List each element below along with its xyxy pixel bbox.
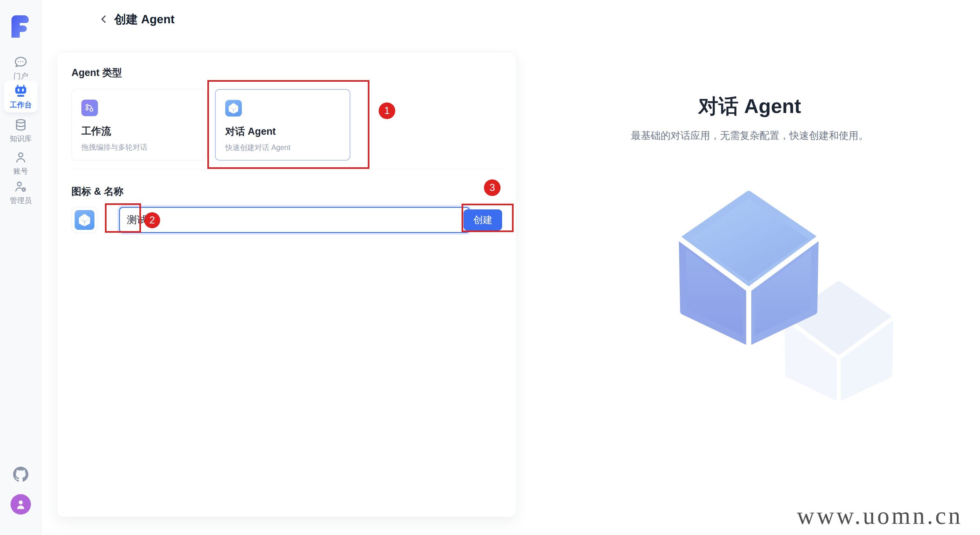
sidebar-item-account[interactable]: 账号 [0, 150, 41, 175]
sidebar-item-workbench[interactable]: 工作台 [0, 84, 41, 109]
sidebar-item-admin[interactable]: 管理员 [0, 179, 41, 204]
section-divider [72, 169, 502, 169]
card-title: 对话 Agent [225, 125, 340, 138]
icon-name-form: 测试 创建 [72, 207, 502, 233]
card-workflow[interactable]: 工作流 拖拽编排与多轮对话 [72, 89, 207, 161]
page-title: 创建 Agent [114, 11, 175, 27]
robot-icon [13, 84, 28, 98]
card-desc: 快速创建对话 Agent [225, 143, 340, 153]
avatar [11, 494, 31, 514]
database-icon [13, 117, 28, 132]
sidebar-item-label: 工作台 [10, 101, 32, 109]
annotation-badge-step3: 3 [484, 179, 501, 196]
sidebar-item-knowledge[interactable]: 知识库 [0, 117, 41, 142]
sidebar: 门户 工作台 知识库 [0, 0, 41, 535]
agent-type-label: Agent 类型 [72, 66, 122, 80]
sidebar-item-label: 知识库 [10, 135, 32, 142]
sidebar-item-portal[interactable]: 门户 [0, 55, 41, 80]
agent-preview: 对话 Agent 最基础的对话应用，无需复杂配置，快速创建和使用。 [562, 0, 938, 535]
chat-bubble-icon [13, 55, 28, 70]
agent-name-value: 测试 [127, 213, 147, 227]
card-chat-agent[interactable]: 对话 Agent 快速创建对话 Agent [215, 89, 350, 161]
sidebar-item-label: 管理员 [10, 197, 32, 204]
github-icon [13, 467, 29, 483]
agent-type-cards: 工作流 拖拽编排与多轮对话 对话 Agent 快速创建对话 Agent [72, 89, 350, 161]
sidebar-item-label: 门户 [13, 72, 28, 80]
card-title: 工作流 [81, 125, 197, 138]
create-agent-panel: Agent 类型 工作流 拖拽编排与多轮对话 [57, 52, 516, 517]
annotation-badge-step2: 2 [144, 212, 160, 228]
preview-title: 对话 Agent [562, 93, 938, 120]
cube-icon [225, 100, 242, 117]
user-avatar[interactable] [0, 494, 41, 514]
github-link[interactable] [0, 467, 41, 483]
create-agent-page: 门户 工作台 知识库 [0, 0, 980, 535]
card-desc: 拖拽编排与多轮对话 [81, 142, 197, 152]
user-icon [13, 150, 28, 165]
agent-icon-picker[interactable] [72, 207, 98, 233]
workflow-icon [81, 100, 98, 116]
cube-icon [75, 210, 94, 230]
site-watermark: www.uomn.cn [797, 502, 963, 530]
cube-illustration [677, 187, 897, 435]
icon-name-label: 图标 & 名称 [72, 185, 124, 198]
preview-subtitle: 最基础的对话应用，无需复杂配置，快速创建和使用。 [562, 129, 938, 142]
app-logo[interactable] [11, 15, 29, 38]
annotation-badge-step1: 1 [379, 102, 395, 119]
admin-gear-icon [13, 179, 28, 194]
sidebar-item-label: 账号 [13, 168, 28, 175]
create-button-label: 创建 [473, 214, 493, 227]
create-button[interactable]: 创建 [463, 209, 502, 230]
back-button[interactable] [98, 13, 110, 26]
agent-name-input[interactable]: 测试 [119, 207, 470, 233]
